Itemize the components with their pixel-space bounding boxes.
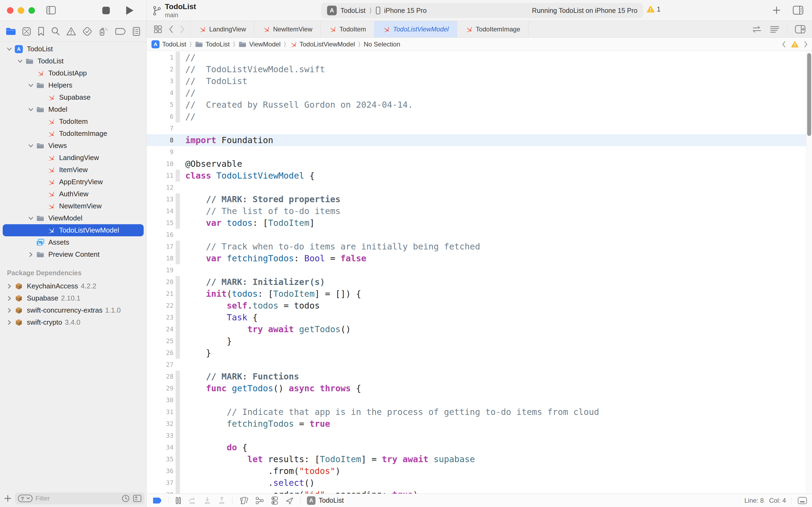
code-review-icon[interactable] (752, 25, 762, 33)
code-line-33[interactable]: 33 (147, 430, 812, 442)
line-number[interactable]: 14 (147, 208, 173, 215)
add-item-button[interactable] (4, 494, 12, 502)
tree-item-Supabase[interactable]: Supabase (3, 91, 143, 103)
chevron-down-icon[interactable] (28, 83, 34, 87)
code-line-17[interactable]: 17 // Track when to-do items are initial… (147, 241, 812, 252)
code-text[interactable]: .select() (180, 477, 315, 489)
tree-item-Views[interactable]: Views (3, 139, 143, 152)
code-line-30[interactable]: 30 (147, 394, 812, 406)
line-number[interactable]: 26 (147, 349, 173, 356)
code-line-27[interactable]: 27 (147, 359, 812, 371)
code-line-37[interactable]: 37 .select() (147, 477, 812, 489)
tab-TodoListViewModel[interactable]: TodoListViewModel (374, 21, 457, 37)
chevron-right-icon[interactable] (7, 320, 11, 325)
package-item-KeychainAccess[interactable]: KeychainAccess4.2.2 (3, 280, 143, 292)
line-number[interactable]: 18 (147, 255, 173, 262)
code-text[interactable]: func getTodos() async throws { (180, 382, 361, 394)
run-button[interactable] (125, 5, 134, 15)
code-line-20[interactable]: 20 // MARK: Initializer(s) (147, 276, 812, 288)
chevron-down-icon[interactable] (17, 59, 23, 63)
line-number[interactable]: 32 (147, 420, 173, 427)
line-number[interactable]: 3 (147, 77, 173, 84)
code-line-7[interactable]: 7 (147, 122, 812, 134)
tree-item-TodoList[interactable]: TodoList (3, 55, 143, 67)
code-text[interactable]: fetchingTodos = true (180, 418, 330, 430)
find-navigator-icon[interactable] (51, 26, 61, 37)
breadcrumb-segment[interactable]: TodoList (195, 41, 230, 48)
line-number[interactable]: 7 (147, 125, 173, 132)
step-out-icon[interactable] (218, 496, 226, 505)
chevron-right-icon[interactable] (7, 284, 11, 289)
line-number[interactable]: 29 (147, 385, 173, 392)
line-number[interactable]: 12 (147, 184, 173, 191)
code-text[interactable]: try await getTodos() (180, 323, 351, 335)
code-text[interactable]: Task { (180, 312, 258, 323)
code-line-4[interactable]: 4// (147, 87, 812, 99)
code-line-23[interactable]: 23 Task { (147, 312, 812, 323)
code-line-34[interactable]: 34 do { (147, 442, 812, 453)
chevron-right-icon[interactable] (7, 296, 11, 301)
code-text[interactable]: // (180, 87, 196, 99)
minimize-window-button[interactable] (18, 7, 24, 14)
disclosure-closed[interactable] (5, 320, 14, 325)
disclosure-closed[interactable] (5, 308, 14, 313)
code-line-18[interactable]: 18 var fetchingTodos: Bool = false (147, 252, 812, 264)
tree-item-AuthView[interactable]: AuthView (3, 188, 143, 200)
line-number[interactable]: 20 (147, 278, 173, 285)
scheme-project-name[interactable]: TodoList (341, 7, 365, 14)
tree-item-TodoListApp[interactable]: TodoListApp (3, 67, 143, 79)
memory-graph-debugger-icon[interactable] (255, 496, 264, 505)
tree-item-Preview Content[interactable]: Preview Content (3, 248, 143, 261)
code-line-2[interactable]: 2// TodoListViewModel.swift (147, 63, 812, 75)
chevron-right-icon[interactable] (7, 308, 11, 313)
chevron-down-icon[interactable] (7, 47, 12, 51)
code-line-3[interactable]: 3// TodoList (147, 75, 812, 87)
filter-options-icon[interactable] (18, 494, 33, 502)
chevron-right-icon[interactable] (29, 252, 33, 257)
scheme-device-name[interactable]: iPhone 15 Pro (384, 7, 427, 14)
line-number[interactable]: 2 (147, 66, 173, 73)
code-text[interactable]: init(todos: [TodoItem] = []) { (180, 288, 361, 300)
line-number[interactable]: 28 (147, 373, 173, 380)
code-line-19[interactable]: 19 (147, 264, 812, 276)
code-text[interactable]: // (180, 111, 196, 122)
go-back-icon[interactable] (168, 25, 174, 34)
editor-scrollbar[interactable] (806, 51, 812, 494)
running-app-indicator[interactable]: A TodoList (307, 496, 344, 505)
adjust-editor-options-icon[interactable] (769, 25, 780, 33)
code-line-11[interactable]: 11class TodoListViewModel { (147, 170, 812, 181)
new-tab-button[interactable] (771, 5, 782, 15)
code-text[interactable]: // Indicate that app is in the process o… (180, 406, 599, 418)
pause-execution-icon[interactable] (175, 497, 181, 505)
code-line-10[interactable]: 10@Observable (147, 158, 812, 170)
code-text[interactable]: .order("id", ascending: true) (180, 489, 418, 494)
code-text[interactable]: // MARK: Stored properties (180, 193, 341, 205)
code-text[interactable]: } (180, 335, 232, 347)
line-number[interactable]: 34 (147, 444, 173, 451)
warning-count-badge[interactable]: 1 (647, 5, 660, 13)
report-navigator-icon[interactable] (132, 26, 141, 37)
code-text[interactable]: // TodoList (180, 75, 247, 87)
code-line-22[interactable]: 22 self.todos = todos (147, 300, 812, 312)
disclosure-open[interactable] (26, 83, 36, 87)
breadcrumb-segment[interactable]: ViewModel (238, 41, 281, 48)
chevron-down-icon[interactable] (28, 216, 34, 220)
tree-item-LandingView[interactable]: LandingView (3, 152, 143, 164)
code-line-28[interactable]: 28 // MARK: Functions (147, 371, 812, 382)
line-number[interactable]: 33 (147, 432, 173, 439)
line-number[interactable]: 6 (147, 113, 173, 120)
breakpoint-navigator-icon[interactable] (115, 27, 126, 36)
code-line-21[interactable]: 21 init(todos: [TodoItem] = []) { (147, 288, 812, 300)
breadcrumb-segment[interactable]: TodoListViewModel (289, 41, 355, 48)
line-number[interactable]: 24 (147, 326, 173, 333)
code-line-6[interactable]: 6// (147, 111, 812, 122)
line-number[interactable]: 1 (147, 54, 173, 61)
test-navigator-icon[interactable] (82, 26, 93, 37)
tree-item-Model[interactable]: Model (3, 103, 143, 115)
disclosure-closed[interactable] (5, 296, 14, 301)
source-control-navigator-icon[interactable] (21, 26, 32, 37)
toggle-left-sidebar-icon[interactable] (45, 5, 57, 15)
line-number[interactable]: 23 (147, 314, 173, 321)
code-line-29[interactable]: 29 func getTodos() async throws { (147, 382, 812, 394)
code-line-15[interactable]: 15 var todos: [TodoItem] (147, 217, 812, 229)
